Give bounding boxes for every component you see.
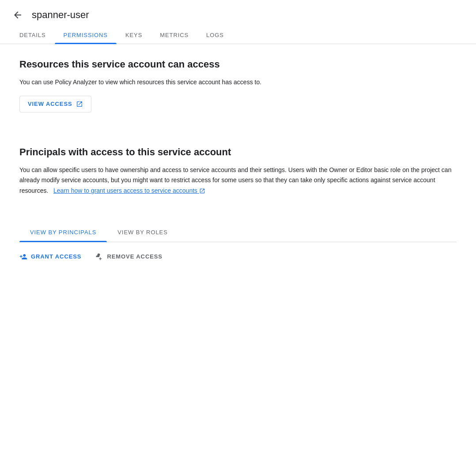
- remove-access-label: REMOVE ACCESS: [107, 253, 162, 260]
- principals-section: Principals with access to this service a…: [19, 146, 457, 196]
- person-remove-icon: [95, 253, 103, 261]
- page-title: spanner-user: [32, 9, 89, 21]
- person-add-icon: [19, 253, 27, 261]
- learn-link-icon: [197, 187, 205, 194]
- back-arrow-icon: [12, 10, 23, 20]
- page-header: spanner-user: [0, 0, 476, 26]
- view-access-label: VIEW ACCESS: [28, 101, 72, 107]
- tab-details[interactable]: DETAILS: [11, 26, 55, 44]
- action-bar: GRANT ACCESS REMOVE ACCESS: [19, 242, 457, 262]
- principals-section-title: Principals with access to this service a…: [19, 146, 457, 159]
- grant-access-button[interactable]: GRANT ACCESS: [19, 251, 81, 262]
- tab-view-by-roles[interactable]: VIEW BY ROLES: [107, 223, 178, 242]
- resources-section-description: You can use Policy Analyzer to view whic…: [19, 77, 457, 87]
- bottom-tabs-section: VIEW BY PRINCIPALS VIEW BY ROLES: [19, 223, 457, 242]
- tab-permissions[interactable]: PERMISSIONS: [55, 26, 117, 44]
- resources-section: Resources this service account can acces…: [19, 58, 457, 132]
- remove-access-button[interactable]: REMOVE ACCESS: [95, 251, 162, 262]
- tab-keys[interactable]: KEYS: [117, 26, 151, 44]
- external-link-icon: [76, 101, 83, 108]
- principals-section-description: You can allow specific users to have own…: [19, 165, 457, 196]
- bottom-tabs: VIEW BY PRINCIPALS VIEW BY ROLES: [19, 223, 457, 242]
- learn-link-text: Learn how to grant users access to servi…: [53, 187, 197, 194]
- tab-logs[interactable]: LOGS: [197, 26, 233, 44]
- learn-more-link[interactable]: Learn how to grant users access to servi…: [53, 187, 205, 194]
- grant-access-label: GRANT ACCESS: [31, 253, 81, 260]
- top-nav-tabs: DETAILS PERMISSIONS KEYS METRICS LOGS: [0, 26, 476, 44]
- tab-metrics[interactable]: METRICS: [151, 26, 197, 44]
- main-content: Resources this service account can acces…: [0, 44, 476, 277]
- tab-view-by-principals[interactable]: VIEW BY PRINCIPALS: [19, 223, 107, 242]
- view-access-button[interactable]: VIEW ACCESS: [19, 96, 91, 112]
- resources-section-title: Resources this service account can acces…: [19, 58, 457, 71]
- back-button[interactable]: [11, 8, 25, 22]
